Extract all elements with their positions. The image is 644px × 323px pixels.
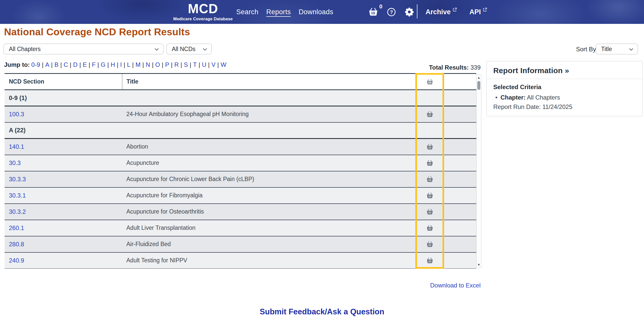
jump-link-B[interactable]: B — [55, 61, 59, 68]
jump-link-C[interactable]: C — [64, 61, 68, 68]
jump-separator: | — [171, 61, 173, 68]
column-header-basket[interactable] — [415, 74, 444, 90]
table-row: 140.1 Abortion — [5, 139, 476, 155]
help-icon[interactable]: ? — [387, 7, 396, 17]
group-empty-cell — [444, 122, 476, 139]
jump-link-D[interactable]: D — [73, 61, 77, 68]
jump-link-L[interactable]: L — [127, 61, 130, 68]
scrollbar-up-arrow-icon[interactable]: ▲ — [477, 76, 481, 79]
ncd-section-link[interactable]: 100.3 — [9, 111, 24, 118]
gear-icon[interactable] — [404, 7, 414, 17]
group-basket-cell — [415, 90, 444, 106]
chevron-down-icon — [629, 47, 633, 51]
sort-select[interactable]: Title — [596, 44, 638, 54]
table-group-row: A (22) — [5, 122, 476, 139]
jump-link-T[interactable]: T — [193, 61, 197, 68]
ncd-section-link[interactable]: 240.9 — [9, 257, 24, 264]
row-empty-cell — [444, 171, 476, 187]
main-nav: Search Reports Downloads — [236, 0, 333, 24]
basket-button[interactable]: 0 — [368, 7, 379, 17]
ncd-section-link[interactable]: 140.1 — [9, 143, 24, 150]
jump-link-A[interactable]: A — [45, 61, 49, 68]
jump-separator: | — [208, 61, 210, 68]
submit-feedback-link[interactable]: Submit Feedback/Ask a Question — [0, 307, 644, 316]
jump-link-I[interactable]: I — [120, 61, 122, 68]
ncd-section-cell: 260.1 — [5, 220, 122, 236]
add-to-basket-cell[interactable] — [415, 155, 444, 171]
mcd-logo[interactable]: MCD Medicare Coverage Database — [162, 2, 244, 21]
chevron-down-icon — [203, 47, 207, 51]
ncd-section-cell: 140.1 — [5, 139, 122, 155]
jump-link-R[interactable]: R — [174, 61, 179, 68]
jump-link-F[interactable]: F — [92, 61, 96, 68]
row-empty-cell — [444, 155, 476, 171]
scrollbar-down-arrow-icon[interactable]: ▼ — [477, 263, 481, 267]
ncds-select[interactable]: All NCDs — [166, 44, 212, 54]
nav-search[interactable]: Search — [236, 8, 258, 16]
criteria-item: •Chapter: All Chapters — [495, 94, 636, 101]
row-empty-cell — [444, 220, 476, 236]
ncd-section-link[interactable]: 30.3.3 — [9, 176, 26, 183]
jump-link-U[interactable]: U — [202, 61, 206, 68]
scrollbar-thumb[interactable] — [477, 81, 480, 90]
jump-link-N[interactable]: N — [146, 61, 150, 68]
nav-downloads[interactable]: Downloads — [299, 8, 333, 16]
jump-separator: | — [142, 61, 144, 68]
ncd-section-link[interactable]: 30.3.2 — [9, 208, 26, 215]
app-header: MCD Medicare Coverage Database Search Re… — [0, 0, 644, 24]
api-link[interactable]: API — [469, 8, 487, 16]
total-results-value: 339 — [470, 64, 481, 71]
table-row: 240.9 Adult Testing for NIPPV — [5, 252, 476, 269]
ncd-section-link[interactable]: 30.3 — [9, 159, 21, 166]
add-to-basket-cell[interactable] — [415, 106, 444, 122]
jump-separator: | — [117, 61, 118, 68]
jump-link-W[interactable]: W — [221, 61, 227, 68]
report-information-heading[interactable]: Report Information » — [493, 66, 636, 75]
row-empty-cell — [444, 204, 476, 220]
basket-icon — [426, 240, 434, 248]
group-basket-cell — [415, 122, 444, 139]
add-to-basket-cell[interactable] — [415, 171, 444, 187]
header-divider — [417, 4, 417, 19]
add-to-basket-cell[interactable] — [415, 220, 444, 236]
basket-count-badge: 0 — [379, 3, 382, 10]
jump-separator: | — [89, 61, 90, 68]
add-to-basket-cell[interactable] — [415, 139, 444, 155]
basket-icon — [368, 7, 379, 17]
jump-link-S[interactable]: S — [184, 61, 188, 68]
jump-separator: | — [199, 61, 200, 68]
row-empty-cell — [444, 139, 476, 155]
jump-link-V[interactable]: V — [211, 61, 215, 68]
jump-separator: | — [60, 61, 62, 68]
download-to-excel-link[interactable]: Download to Excel — [406, 282, 481, 289]
total-results: Total Results: 339 — [406, 64, 481, 71]
jump-link-M[interactable]: M — [135, 61, 141, 68]
archive-link[interactable]: Archive — [426, 8, 457, 16]
jump-link-P[interactable]: P — [165, 61, 169, 68]
jump-link-O[interactable]: O — [155, 61, 160, 68]
basket-icon — [426, 175, 434, 183]
basket-icon — [426, 143, 434, 151]
add-to-basket-cell[interactable] — [415, 204, 444, 220]
column-header-title: Title — [122, 74, 415, 90]
ncd-section-link[interactable]: 30.3.1 — [9, 192, 26, 199]
table-scrollbar[interactable]: ▲ ▼ — [476, 74, 481, 268]
jump-link-G[interactable]: G — [101, 61, 106, 68]
table-row: 30.3.1 Acupuncture for Fibromyalgia — [5, 187, 476, 204]
nav-reports[interactable]: Reports — [266, 8, 291, 16]
column-header-empty — [444, 74, 476, 90]
row-empty-cell — [444, 252, 476, 269]
add-to-basket-cell[interactable] — [415, 236, 444, 252]
ncd-section-link[interactable]: 280.8 — [9, 241, 24, 248]
row-empty-cell — [444, 106, 476, 122]
bullet-icon: • — [495, 94, 497, 101]
add-to-basket-cell[interactable] — [415, 187, 444, 204]
add-to-basket-cell[interactable] — [415, 252, 444, 269]
chapters-select[interactable]: All Chapters — [4, 44, 163, 54]
chevron-down-icon — [155, 47, 159, 51]
ncd-section-link[interactable]: 260.1 — [9, 224, 24, 231]
table-row: 30.3.3 Acupuncture for Chronic Lower Bac… — [5, 171, 476, 187]
jump-link-0-9[interactable]: 0-9 — [31, 61, 40, 68]
jump-link-E[interactable]: E — [83, 61, 87, 68]
jump-link-H[interactable]: H — [111, 61, 115, 68]
